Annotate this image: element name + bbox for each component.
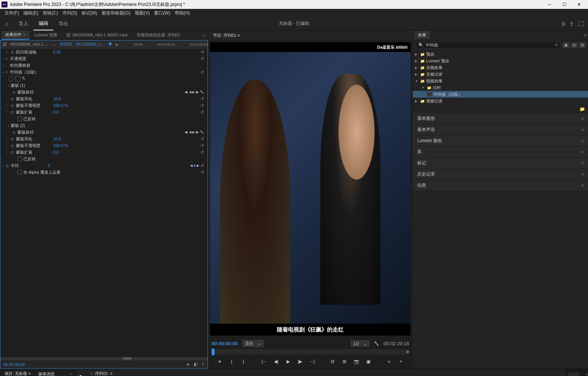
ec-timecode[interactable]: 00:00:00:00 [3,362,25,367]
wrench-icon[interactable]: 🔧 [200,90,204,94]
mark-in-button[interactable]: { [228,357,236,366]
prop-value[interactable]: 100.0 % [53,103,83,108]
go-to-in-button[interactable]: |← [260,357,268,366]
tab-media-browser[interactable]: 媒体浏览 [36,370,57,376]
mask-expansion[interactable]: 蒙版扩展 [16,109,53,115]
ec-source-name[interactable]: 源 · 991558388_nb3-1-30032… [0,42,51,47]
reset-icon[interactable]: ↺ [200,97,204,101]
reset-icon[interactable]: ↺ [200,56,204,61]
panel-info[interactable]: 信息≡ [413,180,588,191]
ec-scroll-thumb[interactable] [123,357,132,360]
reset-icon[interactable]: ↺ [200,50,204,55]
tab-project[interactable]: 项目: 无标题 ≡ [2,369,33,376]
mask-ellipse-icon[interactable] [9,76,14,81]
tree-obsolete[interactable]: ▼📁过时 [413,84,588,91]
play-icon[interactable]: ▶ [192,130,195,134]
mask-pen-icon[interactable]: ✎ [22,76,25,81]
panel-history[interactable]: 历史记录≡ [413,169,588,180]
32bit-badge-icon[interactable]: 32 [571,42,578,48]
tab-audio-mixer[interactable]: 音频剪辑混合器: 序列01 [133,31,184,39]
reset-icon[interactable]: ↺ [200,143,204,148]
close-tab-icon[interactable]: × [91,371,93,376]
prop-value[interactable]: 0 [48,163,78,168]
panel-lumetri-color[interactable]: Lumetri 颜色≡ [413,135,588,147]
track-back-icon[interactable]: ◀| [184,90,188,94]
track-back-icon[interactable]: ◀| [184,130,188,134]
close-button[interactable]: ✕ [572,0,587,9]
mask-1[interactable]: 蒙版 (1) [11,83,48,88]
tree-video-transitions[interactable]: ▶📁视频过渡 [413,98,588,104]
prop-value[interactable]: 0.0 [53,110,83,114]
mask-feather[interactable]: 蒙版羽化 [16,96,53,102]
tab-lumetri-scopes[interactable]: Lumetri 范围 [31,31,61,39]
next-frame-icon[interactable]: |▶ [196,130,199,134]
prop-value[interactable]: 0.00 [53,50,83,54]
prop-opacity[interactable]: 不透明度 [10,56,47,62]
menu-sequence[interactable]: 序列(S) [60,10,79,16]
tree-presets[interactable]: ▶📁预设 [413,51,588,58]
panel-essential-sound[interactable]: 基本声音≡ [413,124,588,135]
tab-source[interactable]: 源: 991558388_nb3-1-30032.mp4 [62,31,131,39]
next-kf-icon[interactable]: ▶ [197,164,199,167]
reset-icon[interactable]: ↺ [200,70,204,75]
tab-program[interactable]: 节目: 序列01 ≡ [210,31,243,40]
home-icon[interactable]: ⌂ [0,21,13,27]
prop-time-remap[interactable]: 时间重映射 [10,63,47,68]
panel-menu-icon[interactable]: ≡ [110,371,112,376]
clear-search-icon[interactable]: ✕ [555,43,558,48]
settings-icon[interactable]: 🔧 [374,341,379,346]
inverted-checkbox[interactable] [17,117,22,121]
tree-lumetri[interactable]: ▶📁Lumetri 预设 [413,58,588,64]
tree-audio-transitions[interactable]: ▶📁音频过渡 [413,71,588,78]
resolution-select[interactable]: 1/2⌄ [351,340,369,347]
workspace-edit[interactable]: 编辑 [33,17,53,30]
extract-button[interactable]: ⊞ [340,357,349,366]
workspace-import[interactable]: 导入 [13,17,33,30]
zoom-fit-select[interactable]: 适合⌄ [242,340,264,347]
mask-path[interactable]: 蒙版路径 [17,130,55,135]
export-frame-button[interactable]: 📷 [352,357,360,366]
tab-effect-controls[interactable]: 效果控件 ≡ [1,30,29,40]
program-scrubber[interactable] [212,349,409,354]
panel-essential-graphics[interactable]: 基本图形≡ [413,113,588,124]
reset-icon[interactable]: ↺ [200,163,204,168]
tree-video-effects[interactable]: ▼📁视频效果 [413,78,588,84]
prop-value[interactable]: 0.0 [53,150,83,154]
step-forward-button[interactable]: |▶ [296,357,304,366]
share-icon[interactable]: ⇪ [201,362,205,367]
tab-effects[interactable]: 效果 [414,31,430,39]
prop-value[interactable]: 10.0 [53,97,83,101]
reset-icon[interactable]: ↺ [200,103,204,108]
menu-graphics[interactable]: 图形和标题(G) [99,10,133,16]
minimize-button[interactable]: ─ [542,0,557,9]
reset-icon[interactable]: ↺ [200,170,204,175]
menu-view[interactable]: 视图(V) [133,10,152,16]
program-timecode[interactable]: 00:00:00:00 [212,341,238,346]
play-button[interactable]: ▶ [284,357,292,366]
timeline-sequence-tab[interactable]: 序列01 [95,371,108,376]
inverted-checkbox[interactable] [17,157,22,161]
comparison-button[interactable]: ▣ [364,357,372,366]
maximize-button[interactable]: ☐ [557,0,572,9]
reset-icon[interactable]: ↺ [200,150,204,155]
prev-frame-icon[interactable]: ◀ [189,130,192,134]
prop-value[interactable]: 10.0 [53,137,83,141]
new-bin-icon[interactable]: 📁 [579,107,585,112]
menu-markers[interactable]: 标记(M) [79,10,99,16]
effects-search-input[interactable] [426,43,552,48]
tree-median-effect[interactable]: 中间值（旧版） [413,91,588,98]
mask-expansion[interactable]: 蒙版扩展 [16,150,53,155]
button-editor-icon[interactable]: » [385,357,393,366]
prop-value[interactable]: 100.0 % [53,143,83,148]
next-frame-icon[interactable]: |▶ [196,90,199,94]
reset-icon[interactable]: ↺ [200,110,204,115]
step-back-button[interactable]: ◀| [272,357,280,366]
mask-rect-icon[interactable] [15,76,20,81]
tree-audio-effects[interactable]: ▶📁音频效果 [413,64,588,71]
mask-feather[interactable]: 蒙版羽化 [16,136,53,142]
menu-window[interactable]: 窗口(W) [152,10,172,16]
share-icon[interactable]: ⇪ [569,21,574,27]
panel-overflow-icon[interactable]: » [201,33,206,37]
ec-playhead-icon[interactable] [108,43,112,46]
mark-out-button[interactable]: } [239,357,248,366]
